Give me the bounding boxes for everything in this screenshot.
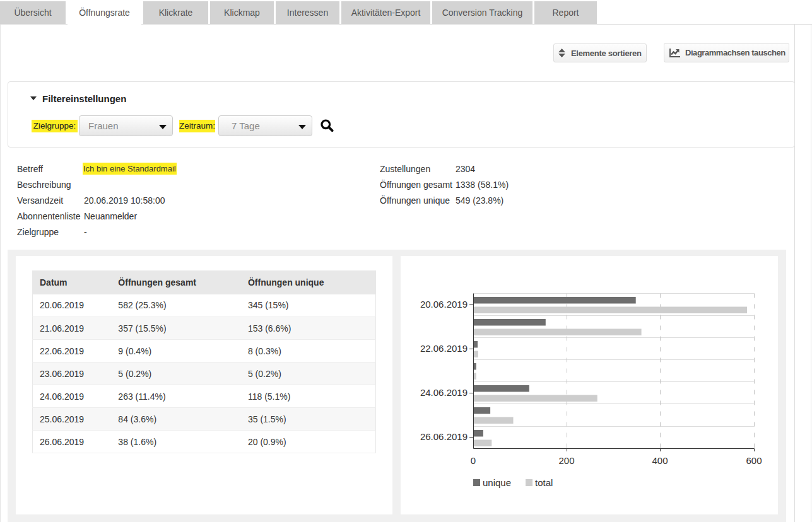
svg-text:600: 600 <box>746 455 762 466</box>
svg-text:22.06.2019: 22.06.2019 <box>420 343 468 354</box>
svg-text:20.06.2019: 20.06.2019 <box>420 299 468 310</box>
svg-text:0: 0 <box>471 455 476 466</box>
svg-text:24.06.2019: 24.06.2019 <box>420 387 468 398</box>
svg-text:26.06.2019: 26.06.2019 <box>420 431 468 442</box>
svg-text:total: total <box>535 477 553 488</box>
svg-text:200: 200 <box>558 455 574 466</box>
svg-text:unique: unique <box>483 477 511 488</box>
svg-text:400: 400 <box>652 455 668 466</box>
